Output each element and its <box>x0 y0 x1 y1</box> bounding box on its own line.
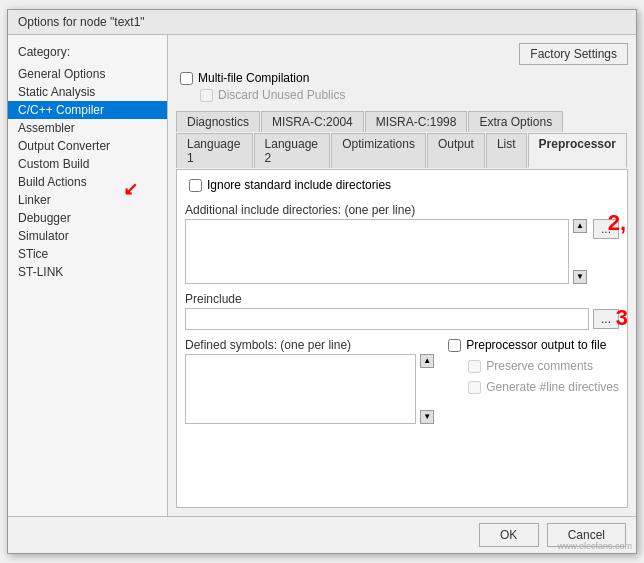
symbols-scroll-down-btn[interactable]: ▼ <box>420 410 434 424</box>
discard-unused-label: Discard Unused Publics <box>218 88 345 102</box>
additional-include-textarea[interactable] <box>185 219 569 284</box>
scroll-up-btn[interactable]: ▲ <box>573 219 587 233</box>
sidebar-item-custom-build[interactable]: Custom Build <box>8 155 167 173</box>
sidebar-item-build-actions[interactable]: Build Actions <box>8 173 167 191</box>
dialog-content: Category: General Options Static Analysi… <box>8 35 636 516</box>
generate-line-label: Generate #line directives <box>486 380 619 394</box>
sidebar-item-cc-compiler[interactable]: C/C++ Compiler <box>8 101 167 119</box>
defined-symbols-section: Defined symbols: (one per line) ▲ ▼ <box>185 338 436 424</box>
tab-row-1: Diagnostics MISRA-C:2004 MISRA-C:1998 Ex… <box>176 111 628 132</box>
additional-include-browse-btn[interactable]: ... <box>593 219 619 239</box>
preprocessor-output-label: Preprocessor output to file <box>466 338 606 352</box>
multifile-checkbox[interactable] <box>180 72 193 85</box>
ignore-include-row: Ignore standard include directories <box>185 178 619 192</box>
multifile-checkbox-row: Multi-file Compilation <box>176 71 628 85</box>
tab-preprocessor[interactable]: Preprocessor <box>528 133 627 168</box>
title-bar: Options for node "text1" <box>8 10 636 35</box>
defined-symbols-textarea[interactable] <box>185 354 416 424</box>
sidebar-item-general-options[interactable]: General Options <box>8 65 167 83</box>
right-panel: Factory Settings Multi-file Compilation … <box>168 35 636 516</box>
tab-language2[interactable]: Language 2 <box>254 133 331 168</box>
discard-unused-checkbox[interactable] <box>200 89 213 102</box>
preprocessor-output-checkbox[interactable] <box>448 339 461 352</box>
preinclude-browse-btn[interactable]: ... <box>593 309 619 329</box>
top-buttons-area: Factory Settings <box>176 43 628 65</box>
tab-misra-c2004[interactable]: MISRA-C:2004 <box>261 111 364 132</box>
sidebar-item-debugger[interactable]: Debugger <box>8 209 167 227</box>
ignore-include-label: Ignore standard include directories <box>207 178 391 192</box>
additional-include-wrapper: ▲ ▼ ... <box>185 219 619 284</box>
bottom-row: Defined symbols: (one per line) ▲ ▼ <box>185 338 619 424</box>
factory-settings-button[interactable]: Factory Settings <box>519 43 628 65</box>
category-label: Category: <box>8 43 167 65</box>
additional-include-section: Additional include directories: (one per… <box>185 203 619 284</box>
multifile-label: Multi-file Compilation <box>198 71 309 85</box>
defined-symbols-wrapper: ▲ ▼ <box>185 354 436 424</box>
tab-row-2: Language 1 Language 2 Optimizations Outp… <box>176 133 628 168</box>
preinclude-label: Preinclude <box>185 292 619 306</box>
sidebar-item-output-converter[interactable]: Output Converter <box>8 137 167 155</box>
sidebar-item-stice[interactable]: STice <box>8 245 167 263</box>
preinclude-input[interactable] <box>185 308 589 330</box>
preinclude-section: Preinclude ... <box>185 292 619 330</box>
sidebar-item-linker[interactable]: Linker <box>8 191 167 209</box>
preprocessor-output-row: Preprocessor output to file <box>444 338 619 352</box>
symbols-scroll-up-btn[interactable]: ▲ <box>420 354 434 368</box>
tab-content-preprocessor: Ignore standard include directories Addi… <box>176 169 628 508</box>
defined-symbols-label: Defined symbols: (one per line) <box>185 338 436 352</box>
tab-list[interactable]: List <box>486 133 527 168</box>
preserve-comments-checkbox[interactable] <box>468 360 481 373</box>
generate-line-row: Generate #line directives <box>444 380 619 394</box>
left-panel: Category: General Options Static Analysi… <box>8 35 168 516</box>
tab-misra-c1998[interactable]: MISRA-C:1998 <box>365 111 468 132</box>
tab-diagnostics[interactable]: Diagnostics <box>176 111 260 132</box>
sidebar-item-assembler[interactable]: Assembler <box>8 119 167 137</box>
options-dialog: Options for node "text1" Category: Gener… <box>7 9 637 554</box>
preprocessor-output-section: Preprocessor output to file Preserve com… <box>444 338 619 424</box>
preinclude-wrapper: ... <box>185 308 619 330</box>
discard-unused-checkbox-row: Discard Unused Publics <box>176 88 628 102</box>
sidebar-item-st-link[interactable]: ST-LINK <box>8 263 167 281</box>
tab-language1[interactable]: Language 1 <box>176 133 253 168</box>
tab-optimizations[interactable]: Optimizations <box>331 133 426 168</box>
dialog-title: Options for node "text1" <box>18 15 145 29</box>
ignore-include-checkbox[interactable] <box>189 179 202 192</box>
sidebar-item-static-analysis[interactable]: Static Analysis <box>8 83 167 101</box>
generate-line-checkbox[interactable] <box>468 381 481 394</box>
sidebar-item-simulator[interactable]: Simulator <box>8 227 167 245</box>
cancel-button[interactable]: Cancel <box>547 523 626 547</box>
preserve-comments-row: Preserve comments <box>444 359 619 373</box>
tab-output[interactable]: Output <box>427 133 485 168</box>
tab-extra-options[interactable]: Extra Options <box>468 111 563 132</box>
ok-button[interactable]: OK <box>479 523 539 547</box>
preserve-comments-label: Preserve comments <box>486 359 593 373</box>
dialog-footer: OK Cancel <box>8 516 636 553</box>
additional-include-label: Additional include directories: (one per… <box>185 203 619 217</box>
category-list: General Options Static Analysis C/C++ Co… <box>8 65 167 281</box>
scroll-down-btn[interactable]: ▼ <box>573 270 587 284</box>
